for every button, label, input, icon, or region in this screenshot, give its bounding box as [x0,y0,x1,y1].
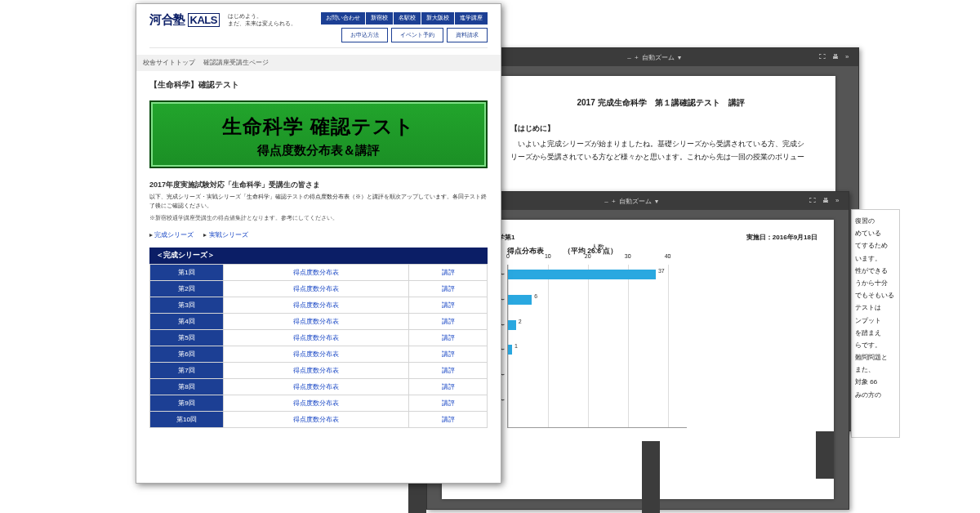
breadcrumb: 校舎サイトトップ 確認講座受講生ページ [136,55,501,71]
breadcrumb-item[interactable]: 確認講座受講生ページ [203,59,269,66]
nav-button[interactable]: イベント予約 [391,28,443,42]
table-row: 第7回得点度数分布表講評 [150,363,488,379]
text-fragment: みの方の [855,389,896,401]
exam-date: 実施日：2016年9月18日 [746,233,817,242]
section-heading: 【はじめに】 [510,123,811,134]
chart-bar: 6 [508,295,532,305]
commentary-link[interactable]: 講評 [442,416,455,423]
commentary-link[interactable]: 講評 [442,350,455,358]
row-label: 第8回 [150,379,224,395]
text-fragment: めている [855,227,896,239]
table-row: 第1回得点度数分布表講評 [150,265,488,281]
top-nav-tab[interactable]: お問い合わせ [321,12,365,25]
table-row: 第10回得点度数分布表講評 [150,412,488,428]
menu-icon[interactable]: » [845,53,853,61]
table-header: ＜完成シリーズ＞ [149,248,488,264]
distribution-link[interactable]: 得点度数分布表 [293,301,339,309]
link-practical-series[interactable]: 実戦シリーズ [209,231,248,239]
commentary-link[interactable]: 講評 [442,399,455,407]
tagline: はじめよう。 [228,12,296,20]
footnote: ※新宿校通学講座受講生の得点値集計となります。参考にしてください。 [149,215,488,222]
text-fragment: を踏まえ [855,327,896,339]
top-nav-tab[interactable]: 新大阪校 [421,12,454,25]
chart-bar: 1 [508,345,512,355]
row-label: 第2回 [150,281,224,297]
site-logo[interactable]: 河合塾 KALS [149,12,220,28]
table-row: 第4回得点度数分布表講評 [150,314,488,330]
score-distribution-chart: 人数 得点 01020304025〜3720〜615〜210〜15〜0〜 [507,265,687,428]
text-fragment: います。 [855,252,896,265]
row-label: 第3回 [150,297,224,314]
distribution-link[interactable]: 得点度数分布表 [293,383,339,390]
chart-bar: 37 [508,270,656,279]
table-row: 第5回得点度数分布表講評 [150,330,488,346]
x-tick: 10 [545,253,551,259]
x-tick: 0 [506,253,510,259]
print-icon[interactable]: 🖶 [822,197,831,205]
commentary-link[interactable]: 講評 [442,334,455,341]
series-links: ▸ 完成シリーズ ▸ 実戦シリーズ [149,230,488,239]
top-nav-tab[interactable]: 新宿校 [366,12,393,25]
doc-title: 2017 完成生命科学 第１講確認テスト 講評 [510,97,811,109]
text-fragment: ンプット [855,314,896,327]
bar-value: 2 [519,319,522,324]
nav-button[interactable]: お申込方法 [341,28,388,42]
hero-banner: 生命科学 確認テスト 得点度数分布表＆講評 [149,100,488,168]
body-text: いよいよ完成シリーズが始まりましたね。基礎シリーズから受講されている方、完成シリ… [510,137,811,163]
row-label: 第6回 [150,346,224,363]
chart-caption: 得点分布表 [507,247,544,256]
notice-body: 以下、完成シリーズ・実戦シリーズ「生命科学」確認テストの得点度数分布表（※）と講… [149,193,488,210]
row-label: 第7回 [150,363,224,379]
text-fragment: 難問問題と [855,351,896,364]
link-completed-series[interactable]: 完成シリーズ [154,231,194,239]
window-stem [816,431,834,479]
distribution-link[interactable]: 得点度数分布表 [293,416,339,423]
top-nav-tab[interactable]: 名駅校 [394,12,421,25]
commentary-link[interactable]: 講評 [442,318,455,325]
text-fragment: 復習の [855,215,896,227]
text-fragment: また、 [855,364,896,376]
fullscreen-icon[interactable]: ⛶ [809,197,817,205]
distribution-link[interactable]: 得点度数分布表 [293,399,339,407]
zoom-label[interactable]: 自動ズーム [642,53,675,62]
course-webpage: 河合塾 KALS はじめよう。 まだ、未来は変えられる。 お問い合わせ新宿校名駅… [136,3,501,484]
bar-value: 37 [658,268,665,274]
x-tick: 40 [665,253,671,259]
commentary-link[interactable]: 講評 [442,367,455,374]
chart-bar: 2 [508,320,516,330]
distribution-link[interactable]: 得点度数分布表 [293,367,339,374]
print-icon[interactable]: 🖶 [832,53,840,61]
commentary-link[interactable]: 講評 [442,383,455,390]
tagline: まだ、未来は変えられる。 [228,20,296,27]
table-row: 第3回得点度数分布表講評 [150,297,488,314]
distribution-link[interactable]: 得点度数分布表 [293,334,339,341]
notice-heading: 2017年度実施試験対応「生命科学」受講生の皆さま [149,180,488,190]
row-label: 第10回 [150,412,224,428]
table-row: 第8回得点度数分布表講評 [150,379,488,395]
distribution-link[interactable]: 得点度数分布表 [293,318,339,325]
session-table: 第1回得点度数分布表講評第2回得点度数分布表講評第3回得点度数分布表講評第4回得… [149,264,488,428]
table-row: 第6回得点度数分布表講評 [150,346,488,363]
distribution-link[interactable]: 得点度数分布表 [293,285,339,292]
breadcrumb-item[interactable]: 校舎サイトトップ [143,59,195,66]
distribution-link[interactable]: 得点度数分布表 [293,269,339,276]
table-row: 第2回得点度数分布表講評 [150,281,488,297]
text-fragment: テストは [855,301,896,314]
commentary-link[interactable]: 講評 [442,285,455,292]
text-fragment: 対象 66 [855,376,896,388]
fullscreen-icon[interactable]: ⛶ [819,53,827,61]
bar-value: 1 [514,343,518,349]
window-stem [642,441,660,513]
nav-button[interactable]: 資料請求 [447,28,488,42]
menu-icon[interactable]: » [835,197,844,205]
commentary-link[interactable]: 講評 [442,301,455,309]
commentary-link[interactable]: 講評 [442,269,455,276]
pdf-toolbar: ◀ ▶ – + 自動ズーム ▾ ⛶ 🖶 » [463,48,858,66]
banner-title: 生命科学 確認テスト [158,114,479,140]
top-nav-tab[interactable]: 進学講座 [455,12,488,25]
zoom-label[interactable]: 自動ズーム [619,197,652,206]
distribution-link[interactable]: 得点度数分布表 [293,350,339,358]
row-label: 第4回 [150,314,224,330]
banner-subtitle: 得点度数分布表＆講評 [158,143,479,158]
text-fragment-strip: 復習のめているてするためいます。性ができるうから十分でもそもいるテストはンプット… [851,209,900,438]
